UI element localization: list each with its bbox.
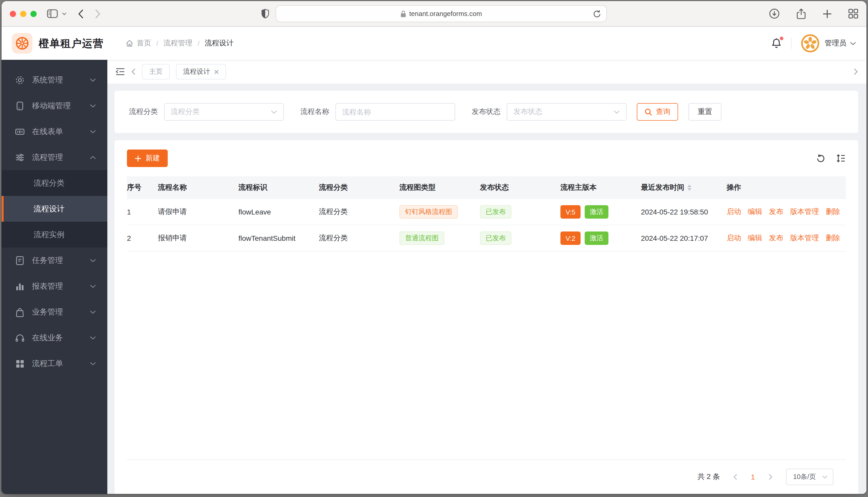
sort-asc-icon [687,185,691,187]
sidebar-chevron-icon[interactable] [62,12,67,15]
cell-index: 2 [127,225,158,251]
url-text: tenant.orangeforms.com [409,10,482,17]
sidebar-item-online-form[interactable]: 在线表单 [2,118,107,144]
version-manage-link[interactable]: 版本管理 [790,207,819,216]
breadcrumb-section[interactable]: 流程管理 [164,39,192,48]
breadcrumb-home[interactable]: 首页 [125,39,151,48]
sidebar-item-online-business[interactable]: 在线业务 [2,325,107,351]
name-input[interactable] [335,103,455,120]
sidebar-item-flow-category[interactable]: 流程分类 [2,170,107,196]
edit-link[interactable]: 编辑 [748,233,762,243]
column-settings-icon[interactable] [836,154,846,163]
address-bar[interactable]: tenant.orangeforms.com [276,5,607,22]
plus-icon [135,155,141,162]
tab-scroll-right-icon[interactable] [854,68,858,75]
diagram-type-tag: 钉钉风格流程图 [399,205,458,218]
chevron-down-icon [90,336,96,340]
downloads-icon[interactable] [769,8,780,19]
status-select[interactable]: 发布状态 [507,103,626,120]
lock-icon [400,10,406,17]
version-manage-link[interactable]: 版本管理 [790,233,819,243]
start-link[interactable]: 启动 [727,233,741,243]
forward-button[interactable] [95,9,101,18]
tab-scroll-left-icon[interactable] [131,68,136,75]
publish-link[interactable]: 发布 [769,233,783,243]
tab-flow-design[interactable]: 流程设计 [176,64,226,80]
breadcrumb-current: 流程设计 [205,39,234,48]
new-tab-icon[interactable] [823,9,832,18]
next-page-icon[interactable] [768,474,773,480]
sidebar-item-mobile[interactable]: 移动端管理 [2,93,107,118]
avatar[interactable] [801,34,819,53]
main-area: 主页 流程设计 流程分类 流程分类 [107,60,866,494]
table-panel: 新建 [114,140,858,494]
close-tab-icon[interactable] [214,69,219,74]
bag-icon [15,307,25,317]
sidebar-item-flow-workorder[interactable]: 流程工单 [2,351,107,377]
chevron-up-icon [90,155,96,159]
edit-link[interactable]: 编辑 [748,207,762,216]
reset-button[interactable]: 重置 [688,103,721,120]
refresh-icon[interactable] [816,153,826,163]
sidebar-item-flow-instance[interactable]: 流程实例 [2,222,107,247]
publish-status-tag: 已发布 [480,231,511,245]
cell-publish-time: 2024-05-22 19:58:50 [641,199,727,225]
sidebar-item-task[interactable]: 任务管理 [2,247,107,273]
category-select[interactable]: 流程分类 [164,103,284,120]
delete-link[interactable]: 删除 [826,207,840,216]
share-icon[interactable] [796,8,806,19]
cell-flow-name: 报销申请 [158,225,238,251]
back-button[interactable] [78,9,84,18]
sidebar-item-flow-design[interactable]: 流程设计 [2,196,107,222]
reload-icon[interactable] [593,10,601,19]
app-logo [12,33,32,54]
col-actions: 操作 [727,176,846,199]
zoom-window-button[interactable] [30,11,37,17]
privacy-shield-icon[interactable] [261,9,270,18]
table-row: 2 报销申请 flowTenantSubmit 流程分类 普通流程图 已发布 V… [127,225,846,252]
chevron-down-icon [90,284,96,288]
tab-home[interactable]: 主页 [142,64,170,80]
user-name[interactable]: 管理员 [825,39,846,48]
cell-publish-time: 2024-05-22 20:17:07 [641,225,727,251]
chevron-down-icon [90,130,96,133]
col-diagram-type: 流程图类型 [399,176,480,199]
table-toolbar: 新建 [114,140,858,176]
tasks-icon [15,255,25,265]
create-button[interactable]: 新建 [127,150,168,167]
minimize-window-button[interactable] [20,11,26,17]
sidebar-item-business[interactable]: 业务管理 [2,299,107,325]
start-link[interactable]: 启动 [727,207,741,216]
sidebar-item-flow-management[interactable]: 流程管理 [2,144,107,170]
delete-link[interactable]: 删除 [826,233,840,243]
status-filter-label: 发布状态 [472,107,500,116]
publish-link[interactable]: 发布 [769,207,783,216]
sort-desc-icon [687,188,691,191]
page-content: 流程分类 流程分类 流程名称 发布状态 [107,84,866,494]
window-controls [10,11,37,17]
cell-flow-category: 流程分类 [319,199,399,225]
chevron-down-icon [822,475,828,479]
publish-status-tag: 已发布 [480,205,511,218]
row-actions: 启动 编辑 发布 版本管理 删除 [727,225,846,251]
gear-icon [15,75,25,85]
search-button[interactable]: 查询 [637,103,678,120]
pagination: 共 2 条 1 10条/页 [114,460,858,494]
close-window-button[interactable] [10,11,16,17]
col-flow-name: 流程名称 [158,176,238,199]
page-size-select[interactable]: 10条/页 [786,469,833,485]
collapse-menu-icon[interactable] [115,68,125,76]
app-title: 橙单租户运营 [39,36,104,50]
sort-carets[interactable] [687,185,691,191]
prev-page-icon[interactable] [733,474,738,480]
table-empty-area [127,252,846,460]
form-icon [15,127,25,136]
current-page[interactable]: 1 [751,473,755,481]
sidebar-toggle-icon[interactable] [47,9,58,18]
tab-overview-icon[interactable] [849,9,858,18]
breadcrumb-separator: / [198,39,200,47]
user-menu-chevron-icon[interactable] [850,42,856,45]
notifications-button[interactable] [771,38,782,49]
sidebar-item-system[interactable]: 系统管理 [2,67,107,93]
sidebar-item-report[interactable]: 报表管理 [2,273,107,299]
